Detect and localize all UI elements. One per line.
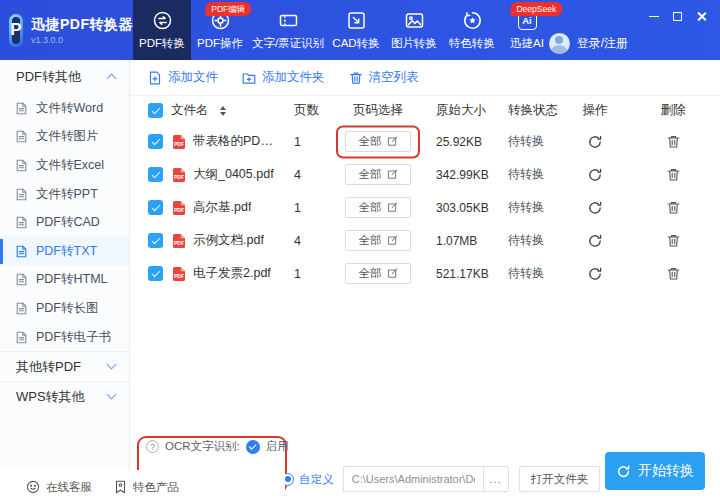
column-header-name[interactable]: 文件名 — [171, 102, 209, 119]
tab-xunjie-ai[interactable]: DeepSeek Ai 迅捷AI — [501, 0, 553, 60]
menu-icon[interactable] — [623, 10, 636, 23]
document-icon — [15, 331, 28, 344]
column-header-pages: 页数 — [274, 102, 324, 119]
sidebar-item[interactable]: 文件转PPT — [0, 180, 129, 209]
convert-refresh-icon[interactable] — [587, 200, 603, 216]
start-convert-button[interactable]: 开始转换 — [605, 452, 705, 490]
check-circle-icon[interactable] — [246, 440, 260, 454]
delete-icon[interactable] — [666, 200, 681, 215]
row-checkbox[interactable] — [148, 200, 163, 215]
svg-text:PDF: PDF — [174, 207, 184, 213]
tab-image-convert[interactable]: 图片转换 — [385, 0, 443, 60]
delete-icon[interactable] — [666, 134, 681, 149]
image-icon — [404, 10, 425, 31]
file-size: 303.05KB — [432, 201, 508, 215]
convert-status: 待转换 — [508, 265, 564, 282]
pdf-file-icon: PDF — [171, 266, 187, 282]
document-icon — [15, 102, 28, 115]
maximize-button[interactable] — [671, 10, 684, 23]
radio-custom[interactable]: 自定义 — [281, 472, 334, 487]
column-header-size: 原始大小 — [432, 102, 508, 119]
sidebar: PDF转其他 文件转Word 文件转图片 文件转Excel 文件转PPT PDF… — [0, 60, 130, 470]
page-select-button[interactable]: 全部 — [345, 230, 411, 251]
select-all-checkbox[interactable] — [148, 103, 163, 118]
app-title: 迅捷PDF转换器 — [31, 16, 133, 34]
login-link[interactable]: 登录/注册 — [577, 35, 628, 52]
file-size: 25.92KB — [432, 135, 508, 149]
deepseek-badge: DeepSeek — [510, 2, 562, 16]
sidebar-item[interactable]: 文件转Excel — [0, 151, 129, 180]
page-select-button[interactable]: 全部 — [345, 197, 411, 218]
page-select-button[interactable]: 全部 — [345, 263, 411, 284]
file-name: 示例文档.pdf — [193, 232, 264, 249]
close-button[interactable] — [695, 10, 708, 23]
tab-ocr-recognize[interactable]: 文字/票证识别 — [249, 0, 327, 60]
page-select-button[interactable]: 全部 — [345, 131, 411, 152]
convert-refresh-icon[interactable] — [587, 167, 603, 183]
ocr-label: OCR文字识别: — [165, 439, 240, 454]
sidebar-item-label: 文件转Excel — [36, 157, 104, 174]
avatar[interactable] — [549, 33, 570, 54]
row-checkbox[interactable] — [148, 233, 163, 248]
row-checkbox[interactable] — [148, 266, 163, 281]
tab-pdf-convert[interactable]: PDF转换 — [133, 0, 191, 60]
svg-text:PDF: PDF — [174, 141, 184, 147]
sidebar-item[interactable]: PDF转电子书 — [0, 323, 129, 352]
tab-pdf-operate[interactable]: PDF编辑 PDF操作 — [191, 0, 249, 60]
sidebar-group-other-to-pdf[interactable]: 其他转PDF — [0, 351, 129, 381]
toolbar: 添加文件 添加文件夹 清空列表 — [130, 60, 720, 96]
clear-list-button[interactable]: 清空列表 — [349, 69, 419, 86]
svg-text:PDF: PDF — [174, 273, 184, 279]
minimize-button[interactable] — [647, 10, 660, 23]
trash-icon — [349, 71, 363, 85]
file-size: 521.17KB — [432, 267, 508, 281]
sidebar-item[interactable]: PDF转TXT — [0, 237, 129, 266]
sidebar-item[interactable]: PDF转CAD — [0, 208, 129, 237]
convert-refresh-icon[interactable] — [587, 266, 603, 282]
tab-special-convert[interactable]: 特色转换 — [443, 0, 501, 60]
delete-icon[interactable] — [666, 266, 681, 281]
sidebar-item[interactable]: PDF转长图 — [0, 294, 129, 323]
chevron-down-icon — [107, 360, 117, 370]
sort-icon[interactable] — [220, 106, 226, 116]
sidebar-item[interactable]: 文件转Word — [0, 94, 129, 123]
edit-icon — [387, 169, 398, 180]
window-controls — [623, 10, 708, 23]
sidebar-group-wps-to-other[interactable]: WPS转其他 — [0, 381, 129, 411]
svg-text:PDF: PDF — [174, 240, 184, 246]
sidebar-item[interactable]: PDF转HTML — [0, 266, 129, 295]
tab-cad-convert[interactable]: CAD转换 — [327, 0, 385, 60]
ocr-value: 启用 — [266, 439, 289, 454]
convert-status: 待转换 — [508, 133, 564, 150]
convert-refresh-icon[interactable] — [587, 233, 603, 249]
add-file-button[interactable]: 添加文件 — [148, 69, 218, 86]
table-row: PDF 电子发票2.pdf 1 全部 521.17KB 待转换 — [130, 257, 720, 290]
column-header-action: 操作 — [564, 102, 626, 119]
featured-products-link[interactable]: 特色产品 — [114, 480, 179, 495]
file-size: 342.99KB — [432, 168, 508, 182]
row-checkbox[interactable] — [148, 167, 163, 182]
main-area: 添加文件 添加文件夹 清空列表 文件名 页数 页码选择 原始大小 转换状态 操作… — [130, 60, 720, 430]
document-icon — [15, 302, 28, 315]
delete-icon[interactable] — [666, 233, 681, 248]
chevron-down-icon — [107, 390, 117, 400]
ocr-setting: ? OCR文字识别: 启用 — [146, 439, 289, 454]
table-row: PDF 带表格的PDF文档.pdf 1 全部 25.92KB 待转换 — [130, 125, 720, 158]
sidebar-item[interactable]: 文件转图片 — [0, 123, 129, 152]
help-icon[interactable]: ? — [146, 440, 159, 453]
delete-icon[interactable] — [666, 167, 681, 182]
open-folder-button[interactable]: 打开文件夹 — [519, 466, 601, 492]
save-path-input[interactable] — [343, 466, 483, 492]
document-icon — [15, 188, 28, 201]
edit-icon — [387, 268, 398, 279]
convert-refresh-icon[interactable] — [587, 134, 603, 150]
sidebar-item-label: PDF转电子书 — [36, 329, 111, 346]
sidebar-group-pdf-to-other[interactable]: PDF转其他 — [0, 60, 129, 94]
page-select-button[interactable]: 全部 — [345, 164, 411, 185]
sidebar-item-label: PDF转TXT — [36, 243, 97, 260]
app-logo-icon: P — [9, 14, 23, 47]
add-folder-button[interactable]: 添加文件夹 — [242, 69, 325, 86]
row-checkbox[interactable] — [148, 134, 163, 149]
online-service-link[interactable]: 在线客服 — [26, 480, 92, 495]
browse-button[interactable]: ... — [483, 466, 509, 492]
